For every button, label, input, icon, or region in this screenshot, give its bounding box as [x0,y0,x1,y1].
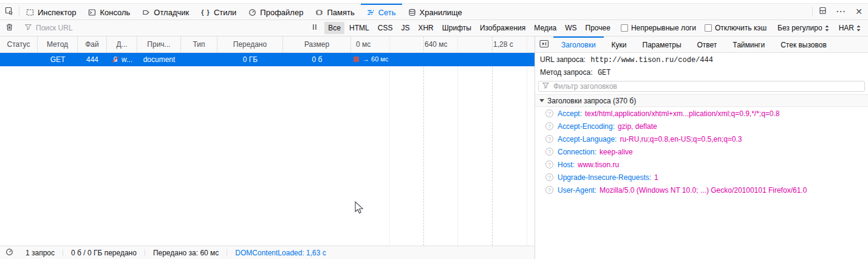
column-header-cause[interactable]: Прич... [137,36,181,52]
tab-params[interactable]: Параметры [635,36,689,52]
header-help-icon[interactable]: ? [545,109,553,117]
tab-headers[interactable]: Заголовки [553,36,604,52]
toolbox-tab-bar: Инспектор Консоль Отладчик { } Стили [0,3,868,20]
header-row-user-agent: ? User-Agent Mozilla/5.0 (Windows NT 10.… [535,184,868,196]
filter-images[interactable]: Изображения [476,22,529,34]
column-header-transferred[interactable]: Передано [217,36,283,52]
tab-styles[interactable]: { } Стили [195,4,242,19]
performance-gauge-icon [5,248,13,258]
header-row-accept-language: ? Accept-Language ru-RU,ru;q=0.8,en-US;q… [535,133,868,145]
filter-other[interactable]: Прочее [582,22,614,34]
header-help-icon[interactable]: ? [545,122,553,130]
header-name: Accept-Encoding [558,122,615,131]
column-header-size[interactable]: Размер [283,36,351,52]
header-help-icon[interactable]: ? [545,148,553,156]
cell-domain-text: w... [121,55,132,64]
header-row-accept: ? Accept text/html,application/xhtml+xm.… [535,107,868,120]
pause-icon [312,24,318,32]
column-header-status[interactable]: Статус [0,36,38,52]
filter-js[interactable]: JS [397,22,413,34]
dock-side-button[interactable] [813,4,832,19]
tab-inspector[interactable]: Инспектор [20,4,82,19]
filter-media[interactable]: Медиа [530,22,560,34]
persist-logs-checkbox[interactable]: Непрерывные логи [621,24,696,32]
tab-stack-trace[interactable]: Стек вызовов [773,36,835,52]
column-header-file[interactable]: Фай [78,36,107,52]
header-value: 1 [654,173,658,182]
headers-filter-input[interactable] [552,81,861,91]
request-headers-section[interactable]: Заголовки запроса (370 б) [535,94,868,107]
request-method-value: GET [598,69,611,77]
insecure-lock-icon [112,56,119,63]
resend-icon [539,40,549,50]
headers-filter-box [538,81,865,92]
tab-debugger[interactable]: Отладчик [136,4,195,19]
waterfall-gridline [389,36,390,246]
filter-fonts[interactable]: Шрифты [439,22,475,34]
request-row-selected[interactable]: GET 444 w... document [0,53,535,66]
search-url-input[interactable] [35,23,299,33]
network-status-bar: 1 запрос 0 б / 0 ГБ передано Передано за… [0,246,535,259]
select-arrows-icon [856,25,861,32]
column-header-method[interactable]: Метод [38,36,78,52]
column-header-waterfall[interactable]: 0 мс 640 мс 1,28 с [351,36,535,52]
waterfall-tick-128s: 1,28 с [493,40,513,49]
mouse-cursor [355,201,364,218]
statusbar-separator [63,249,63,256]
tab-console[interactable]: Консоль [82,4,136,19]
checkbox-icon [621,24,628,32]
request-url-value: http://www.tison.ru/code/444 [590,56,713,64]
close-devtools-button[interactable]: ✕ [850,4,868,19]
header-help-icon[interactable]: ? [545,186,553,194]
clear-requests-button[interactable] [0,23,18,33]
throttling-select[interactable]: Без регулиро [773,24,834,32]
cell-cause: document [137,55,181,64]
tab-storage[interactable]: Хранилище [402,4,468,19]
header-row-connection: ? Connection keep-alive [535,145,868,158]
header-name: Accept [558,109,582,118]
performance-analysis-button[interactable] [0,246,18,259]
pick-element-button[interactable] [0,4,18,19]
tab-response[interactable]: Ответ [689,36,725,52]
header-help-icon[interactable]: ? [545,161,553,168]
header-help-icon[interactable]: ? [545,173,553,181]
request-url-line: URL запроса: http://www.tison.ru/code/44… [535,53,868,66]
filter-ws[interactable]: WS [561,22,580,34]
toolbar-separator [19,7,19,16]
request-table-header: Статус Метод Фай Д... Прич... Тип Переда… [0,36,535,53]
statusbar-separator [145,249,145,256]
toolbox-menu-button[interactable]: ⋯ [832,4,850,19]
tab-memory[interactable]: Память [309,4,360,19]
cell-file: 444 [78,55,107,64]
tab-network[interactable]: Сеть [361,4,402,19]
header-value: keep-alive [600,148,633,156]
filter-all[interactable]: Все [324,22,344,34]
cell-transferred: 0 ГБ [217,55,283,64]
har-select[interactable]: HAR [834,24,868,32]
cell-method: GET [38,55,78,64]
filter-xhr[interactable]: XHR [414,22,437,34]
pause-traffic-button[interactable] [306,24,324,32]
filter-html[interactable]: HTML [346,22,373,34]
tab-profiler[interactable]: Профайлер [242,4,309,19]
request-method-label: Метод запроса: [540,68,593,77]
request-url-label: URL запроса: [540,55,586,64]
devtools-window: Инспектор Консоль Отладчик { } Стили [0,0,868,259]
header-help-icon[interactable]: ? [545,135,553,143]
style-editor-icon: { } [201,9,210,16]
har-label: HAR [839,24,854,32]
filter-css[interactable]: CSS [374,22,397,34]
tab-profiler-label: Профайлер [260,8,303,17]
resend-request-button[interactable] [539,36,549,52]
header-name: Upgrade-Insecure-Requests [558,173,651,182]
cell-domain: w... [107,55,137,64]
column-header-domain[interactable]: Д... [107,36,137,52]
tab-timings[interactable]: Тайминги [725,36,773,52]
statusbar-separator [227,249,227,256]
tab-cookies[interactable]: Куки [604,36,635,52]
disable-cache-checkbox[interactable]: Отключить кэш [705,24,767,32]
header-value: gzip, deflate [618,122,657,131]
column-header-type[interactable]: Тип [181,36,217,52]
storage-icon [408,9,416,16]
request-count: 1 запрос [18,246,62,259]
